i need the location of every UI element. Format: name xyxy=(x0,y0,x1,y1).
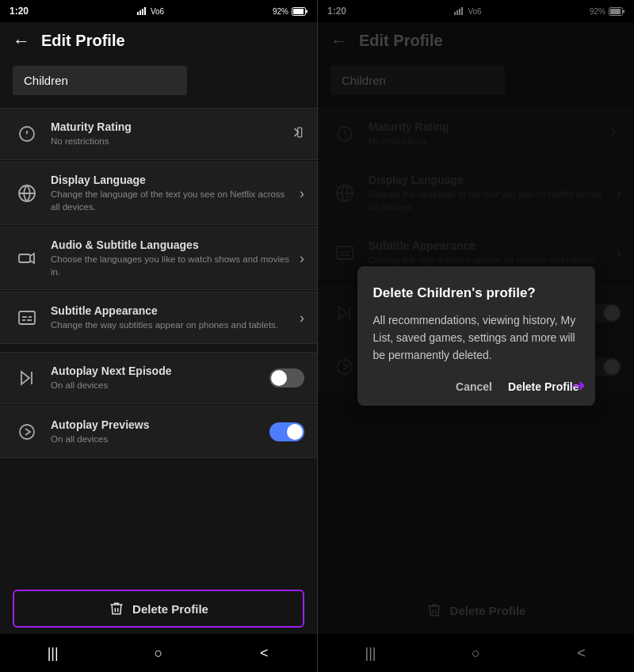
svg-marker-17 xyxy=(21,372,29,384)
display-language-title-left: Display Language xyxy=(51,174,293,186)
autoplay-next-toggle-knob-left xyxy=(271,370,287,386)
svg-point-19 xyxy=(20,425,34,439)
delete-btn-container-left: Delete Profile xyxy=(0,580,317,634)
svg-rect-3 xyxy=(144,7,146,15)
maturity-rating-item-left[interactable]: Maturity Rating No restrictions xyxy=(0,108,317,160)
svg-rect-12 xyxy=(19,311,35,324)
autoplay-previews-subtitle-left: On all devices xyxy=(51,433,269,445)
dialog-title: Delete Children's profile? xyxy=(373,285,579,301)
autoplay-previews-toggle-knob-left xyxy=(287,424,303,440)
delete-profile-button-left[interactable]: Delete Profile xyxy=(13,590,304,628)
nav-menu-left[interactable]: ||| xyxy=(29,637,77,669)
status-bar-left: 1:20 Vo6 92% xyxy=(0,0,317,22)
audio-subtitle-item-left[interactable]: Audio & Subtitle Languages Choose the la… xyxy=(0,227,317,290)
autoplay-next-content-left: Autoplay Next Episode On all devices xyxy=(51,365,269,391)
maturity-title-left: Maturity Rating xyxy=(51,120,282,133)
autoplay-next-icon-left xyxy=(13,364,41,392)
right-screen: 1:20 Vo6 92% ← Edit Profile xyxy=(317,0,634,672)
battery-pct-left: 92% xyxy=(273,7,288,16)
status-time-left: 1:20 xyxy=(10,6,29,17)
bottom-nav-left: ||| ○ < xyxy=(0,634,317,672)
header-left: ← Edit Profile xyxy=(0,22,317,59)
audio-subtitle-action-left: › xyxy=(300,250,304,267)
audio-subtitle-content-left: Audio & Subtitle Languages Choose the la… xyxy=(51,239,293,278)
menu-list-left: Maturity Rating No restrictions Display … xyxy=(0,108,317,580)
maturity-icon-left xyxy=(13,120,41,148)
display-language-content-left: Display Language Change the language of … xyxy=(51,174,293,213)
autoplay-previews-content-left: Autoplay Previews On all devices xyxy=(51,418,269,445)
svg-rect-2 xyxy=(142,9,143,15)
autoplay-previews-item-left[interactable]: Autoplay Previews On all devices xyxy=(0,406,317,458)
battery-icon-left xyxy=(292,7,307,16)
profile-name-input-left[interactable] xyxy=(13,66,187,95)
svg-rect-11 xyxy=(19,254,30,262)
svg-rect-0 xyxy=(137,12,139,15)
trash-icon-left xyxy=(109,601,124,617)
audio-icon-left xyxy=(13,244,41,273)
svg-rect-1 xyxy=(139,10,141,15)
subtitle-appearance-action-left: › xyxy=(300,310,304,326)
subtitle-icon-left xyxy=(13,304,41,332)
autoplay-prev-icon-left xyxy=(13,418,41,446)
delete-dialog: Delete Children's profile? All recommend… xyxy=(357,266,595,405)
subtitle-appearance-item-left[interactable]: Subtitle Appearance Change the way subti… xyxy=(0,292,317,344)
audio-subtitle-subtitle-left: Choose the languages you like to watch s… xyxy=(51,253,293,278)
maturity-action-left xyxy=(288,124,304,144)
maturity-rating-content-left: Maturity Rating No restrictions xyxy=(51,120,282,147)
signal-icon-left xyxy=(137,7,148,15)
audio-subtitle-title-left: Audio & Subtitle Languages xyxy=(51,239,293,251)
status-icons-left: Vo6 xyxy=(137,7,164,16)
autoplay-next-item-left[interactable]: Autoplay Next Episode On all devices xyxy=(0,352,317,404)
autoplay-next-title-left: Autoplay Next Episode xyxy=(51,365,269,377)
language-icon-left xyxy=(13,179,41,208)
delete-btn-label-left: Delete Profile xyxy=(132,602,208,616)
left-screen: 1:20 Vo6 92% ← Edit Profile xyxy=(0,0,317,672)
dialog-body: All recommendations, viewing history, My… xyxy=(373,312,579,364)
dialog-delete-button[interactable]: Delete Profile xyxy=(508,380,579,393)
autoplay-next-subtitle-left: On all devices xyxy=(51,379,269,391)
battery-icons-left: 92% xyxy=(273,7,307,16)
maturity-subtitle-left: No restrictions xyxy=(51,135,282,147)
display-language-item-left[interactable]: Display Language Change the language of … xyxy=(0,162,317,225)
svg-rect-5 xyxy=(293,9,304,14)
autoplay-previews-toggle-left[interactable] xyxy=(269,422,304,441)
network-label-left: Vo6 xyxy=(151,7,164,16)
page-title-left: Edit Profile xyxy=(41,32,125,50)
svg-point-9 xyxy=(27,137,28,138)
subtitle-appearance-subtitle-left: Change the way subtitles appear on phone… xyxy=(51,319,293,331)
arrow-indicator: ➜ xyxy=(572,376,586,395)
nav-back-left[interactable]: < xyxy=(240,637,288,669)
profile-input-container-left xyxy=(0,59,317,108)
dialog-actions: Cancel Delete Profile ➜ xyxy=(373,380,579,393)
display-language-action-left: › xyxy=(300,185,304,202)
svg-rect-6 xyxy=(306,10,307,13)
subtitle-appearance-content-left: Subtitle Appearance Change the way subti… xyxy=(51,304,293,331)
subtitle-appearance-title-left: Subtitle Appearance xyxy=(51,304,293,317)
nav-home-left[interactable]: ○ xyxy=(135,637,182,669)
dialog-overlay: Delete Children's profile? All recommend… xyxy=(318,0,634,672)
autoplay-previews-title-left: Autoplay Previews xyxy=(51,418,269,431)
dialog-cancel-button[interactable]: Cancel xyxy=(456,380,492,393)
back-button-left[interactable]: ← xyxy=(13,32,30,50)
autoplay-next-toggle-left[interactable] xyxy=(269,368,304,388)
display-language-subtitle-left: Change the language of the text you see … xyxy=(51,188,293,213)
